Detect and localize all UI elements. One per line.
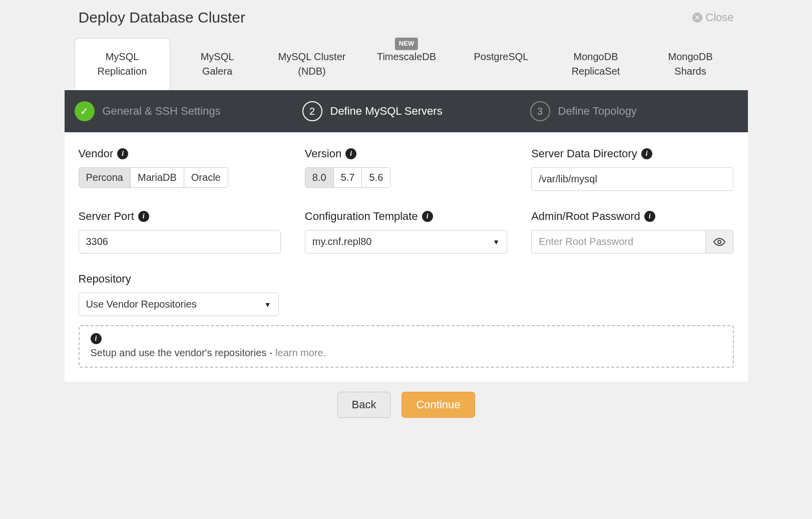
check-icon (75, 101, 95, 121)
config-template-select[interactable]: my.cnf.repl80 ▼ (305, 230, 507, 253)
data-directory-field: Server Data Directory i (531, 147, 733, 191)
version-button-group: 8.0 5.7 5.6 (305, 167, 390, 188)
version-option-57[interactable]: 5.7 (334, 168, 362, 187)
repository-field: Repository Use Vendor Repositories ▼ (79, 273, 734, 316)
vendor-label: Vendor (79, 147, 114, 160)
tab-mongodb-replicaset[interactable]: MongoDB ReplicaSet (549, 39, 643, 90)
step-number: 3 (530, 101, 550, 121)
info-icon[interactable]: i (117, 148, 128, 159)
vendor-option-percona[interactable]: Percona (79, 168, 131, 187)
vendor-button-group: Percona MariaDB Oracle (79, 167, 228, 188)
eye-icon (713, 236, 725, 248)
info-icon[interactable]: i (345, 148, 356, 159)
info-icon[interactable]: i (644, 211, 655, 222)
vendor-option-oracle[interactable]: Oracle (184, 168, 228, 187)
info-icon: i (91, 333, 102, 344)
step-general-ssh[interactable]: General & SSH Settings (65, 101, 292, 121)
tab-mongodb-shards[interactable]: MongoDB Shards (643, 39, 738, 90)
password-visibility-toggle[interactable] (705, 230, 733, 253)
close-button[interactable]: ✕ Close (692, 11, 733, 24)
vendor-field: Vendor i Percona MariaDB Oracle (79, 147, 281, 191)
tab-postgresql[interactable]: PostgreSQL (454, 39, 549, 90)
learn-more-link[interactable]: learn more. (275, 347, 326, 358)
info-icon[interactable]: i (422, 211, 433, 222)
svg-point-0 (718, 240, 721, 243)
server-port-input[interactable] (79, 230, 281, 253)
admin-password-label: Admin/Root Password (531, 210, 640, 223)
repository-select[interactable]: Use Vendor Repositories ▼ (79, 293, 279, 316)
close-icon: ✕ (692, 13, 702, 23)
modal-title: Deploy Database Cluster (79, 9, 246, 26)
info-icon[interactable]: i (138, 211, 149, 222)
step-define-topology[interactable]: 3 Define Topology (520, 101, 748, 121)
form-body: Vendor i Percona MariaDB Oracle Version … (65, 132, 748, 382)
new-badge: NEW (395, 38, 418, 50)
version-option-80[interactable]: 8.0 (305, 168, 334, 187)
modal-header: Deploy Database Cluster ✕ Close (65, 0, 748, 38)
chevron-down-icon: ▼ (493, 238, 500, 246)
admin-password-field: Admin/Root Password i (531, 210, 733, 253)
tab-timescaledb[interactable]: NEW TimescaleDB (359, 39, 454, 90)
close-label: Close (705, 11, 733, 24)
vendor-option-mariadb[interactable]: MariaDB (131, 168, 184, 187)
step-number: 2 (302, 101, 322, 121)
wizard-footer: Back Continue (65, 382, 748, 431)
cluster-type-tabs: MySQL Replication MySQL Galera MySQL Clu… (65, 38, 748, 90)
server-port-label: Server Port (79, 210, 134, 223)
config-template-label: Configuration Template (305, 210, 418, 223)
back-button[interactable]: Back (337, 392, 391, 418)
config-template-field: Configuration Template i my.cnf.repl80 ▼ (305, 210, 507, 253)
tab-mysql-cluster-ndb[interactable]: MySQL Cluster (NDB) (265, 39, 359, 90)
data-directory-input[interactable] (531, 167, 733, 191)
data-directory-label: Server Data Directory (531, 147, 637, 160)
version-option-56[interactable]: 5.6 (362, 168, 390, 187)
deploy-cluster-modal: Deploy Database Cluster ✕ Close MySQL Re… (65, 0, 748, 431)
tab-mysql-galera[interactable]: MySQL Galera (170, 39, 265, 90)
repository-label: Repository (79, 273, 131, 286)
version-label: Version (305, 147, 341, 160)
info-icon[interactable]: i (641, 148, 652, 159)
step-define-mysql-servers[interactable]: 2 Define MySQL Servers (292, 101, 520, 121)
wizard-stepper: General & SSH Settings 2 Define MySQL Se… (65, 90, 748, 132)
chevron-down-icon: ▼ (264, 301, 271, 309)
server-port-field: Server Port i (79, 210, 281, 253)
tab-mysql-replication[interactable]: MySQL Replication (75, 38, 170, 90)
version-field: Version i 8.0 5.7 5.6 (305, 147, 507, 191)
admin-password-input[interactable] (531, 230, 705, 253)
help-text: Setup and use the vendor's repositories … (91, 347, 276, 358)
continue-button[interactable]: Continue (401, 392, 475, 418)
repository-help-box: i Setup and use the vendor's repositorie… (79, 325, 734, 368)
